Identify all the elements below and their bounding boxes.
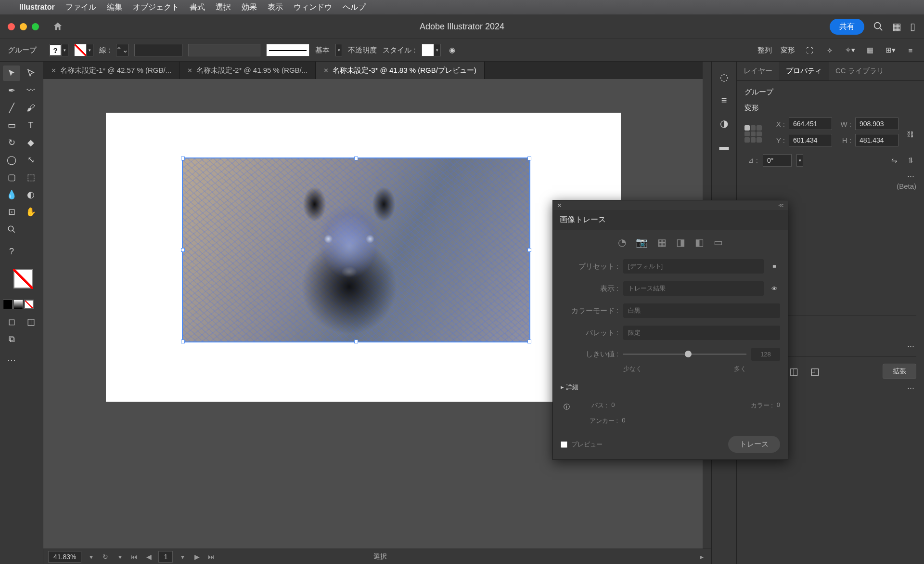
color-mode-swatch[interactable] [3,300,13,309]
resize-handle[interactable] [527,340,531,343]
menu-window[interactable]: ウィンドウ [294,2,332,13]
zoom-level[interactable]: 41.83% [48,551,81,563]
resize-handle[interactable] [354,340,358,343]
minimize-window-button[interactable] [20,23,27,30]
resize-handle[interactable] [354,157,358,160]
threshold-value[interactable]: 128 [751,348,780,361]
brush-dropdown[interactable]: ▾ [335,44,342,56]
pathfinder-more-icon[interactable]: ⋯ [905,382,916,393]
close-tab-icon[interactable]: ✕ [323,67,329,74]
x-input[interactable] [789,118,832,130]
transform-options-icon[interactable]: ⊞▾ [885,44,896,56]
trace-preset-gray-icon[interactable]: ◨ [676,236,685,248]
y-input[interactable] [789,134,832,146]
close-window-button[interactable] [8,23,15,30]
artboard-dropdown-icon[interactable]: ▾ [178,553,187,561]
rotate-view-icon[interactable]: ↻ [101,553,110,561]
fill-color-control[interactable]: ?▾ [49,44,68,56]
brush-stroke[interactable] [266,44,309,56]
maximize-window-button[interactable] [32,23,39,30]
collapse-panel-icon[interactable]: ≪ [778,202,784,209]
fill-stroke-swatch[interactable] [3,267,40,296]
stroke-color-control[interactable]: ▾ [74,44,93,56]
none-mode-swatch[interactable] [24,300,34,309]
menu-select[interactable]: 選択 [216,2,231,13]
status-center[interactable]: 選択 [373,552,387,561]
document-tab-3[interactable]: ✕名称未設定-3* @ 41.83 % (RGB/プレビュー) [316,62,485,79]
line-tool[interactable]: ╱ [3,100,20,116]
angle-dropdown[interactable]: ▾ [796,154,803,167]
view-eye-icon[interactable]: 👁 [769,283,780,294]
pen-tool[interactable]: ✒ [3,83,20,98]
w-input[interactable] [855,118,898,130]
workspace-switcher-icon[interactable]: ▯ [910,21,915,32]
search-icon[interactable] [873,21,884,32]
transparency-panel-icon[interactable]: ◑ [718,117,731,130]
pathfinder-exclude-icon[interactable]: ◰ [808,365,821,378]
menu-type[interactable]: 書式 [190,2,205,13]
palette-select[interactable]: 限定 [623,326,780,340]
brush-definition[interactable] [188,44,260,56]
transform-more-icon[interactable]: ⋯ [905,171,916,182]
free-transform-tool[interactable]: ⤡ [22,152,39,168]
gradient-panel-icon[interactable]: ▬ [718,140,731,153]
opacity-label[interactable]: 不透明度 [348,46,377,55]
trace-preset-lowcolor-icon[interactable]: ▦ [657,236,667,248]
menu-edit[interactable]: 編集 [107,2,122,13]
hand-tool[interactable]: ✋ [22,204,39,220]
trace-preset-photo-icon[interactable]: 📷 [636,236,648,248]
align-link[interactable]: 整列 [757,46,772,55]
paintbrush-tool[interactable]: 🖌 [22,100,39,116]
close-tab-icon[interactable]: ✕ [51,67,56,74]
gradient-tool[interactable]: ◐ [22,187,39,202]
menu-help[interactable]: ヘルプ [343,2,366,13]
resize-handle[interactable] [181,157,185,160]
curvature-tool[interactable]: 〰 [22,83,39,98]
edit-toolbar[interactable]: ? [3,244,20,259]
variable-width-profile[interactable] [134,44,182,56]
width-tool[interactable]: ⬚ [22,170,39,185]
first-artboard-icon[interactable]: ⏮ [129,553,139,561]
close-tab-icon[interactable]: ✕ [187,67,192,74]
resize-handle[interactable] [527,248,531,252]
isolate-icon[interactable]: ⛶ [804,44,815,56]
reference-point-grid[interactable] [744,125,762,143]
rectangle-tool[interactable]: ▭ [3,118,20,133]
appearance-panel-icon[interactable]: ◌ [718,70,731,84]
artboard-tool[interactable]: ⊡ [3,204,20,220]
document-tab-1[interactable]: ✕名称未設定-1* @ 42.57 % (RGB/... [43,62,180,79]
scale-tool[interactable]: ◯ [3,152,20,168]
preview-checkbox[interactable]: プレビュー [561,440,603,449]
tab-properties[interactable]: プロパティ [779,62,829,80]
close-panel-icon[interactable]: ✕ [557,202,562,209]
mask-icon[interactable]: ✧▾ [844,44,856,56]
eyedropper-tool[interactable]: 💧 [3,187,20,202]
align-options-icon[interactable]: ▦ [864,44,876,56]
stroke-weight-input[interactable]: ⌃⌄ [116,44,128,56]
zoom-tool[interactable] [3,222,20,237]
rotate-tool[interactable]: ↻ [3,135,20,150]
expand-button[interactable]: 拡張 [883,364,916,379]
document-tab-2[interactable]: ✕名称未設定-2* @ 41.95 % (RGB/... [180,62,316,79]
eraser-tool[interactable]: ◆ [22,135,39,150]
artboard-number[interactable]: 1 [158,551,173,563]
arrange-documents-icon[interactable]: ▦ [892,21,901,32]
angle-input[interactable] [763,154,792,167]
resize-handle[interactable] [181,340,185,343]
flip-horizontal-icon[interactable]: ⇋ [888,155,900,166]
zoom-dropdown-icon[interactable]: ▾ [86,553,96,561]
screen-mode[interactable]: ⧉ [3,331,20,347]
draw-mode-behind[interactable]: ◫ [22,314,39,329]
menu-object[interactable]: オブジェクト [133,2,179,13]
draw-mode-normal[interactable]: ◻ [3,314,20,329]
trace-preset-auto-icon[interactable]: ◔ [618,236,626,248]
h-input[interactable] [855,134,898,146]
status-menu-icon[interactable]: ▸ [697,553,706,561]
recolor-icon[interactable]: ◉ [447,44,458,56]
menu-view[interactable]: 表示 [268,2,283,13]
link-wh-icon[interactable]: ⛓ [904,128,916,140]
detail-disclosure[interactable]: ▸ 詳細 [553,377,788,397]
gradient-mode-swatch[interactable] [13,300,23,309]
colormode-select[interactable]: 白黒 [623,303,780,318]
share-button[interactable]: 共有 [830,19,864,35]
